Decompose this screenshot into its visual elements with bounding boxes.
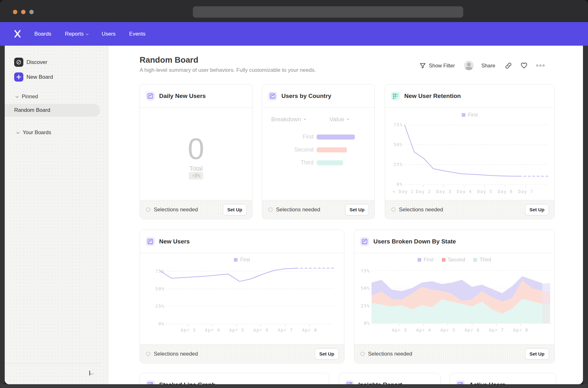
chevron-down-icon bbox=[15, 95, 19, 98]
y-axis-label: 25% bbox=[361, 303, 370, 308]
share-button[interactable]: Share bbox=[481, 63, 495, 69]
minimize-window-button[interactable] bbox=[21, 10, 26, 14]
x-axis-label: < Day 1 bbox=[393, 189, 413, 194]
sidebar-section-pinned[interactable]: Pinned bbox=[16, 94, 38, 100]
x-axis-label: Apr 7 bbox=[484, 328, 509, 333]
card-title: Daily New Users bbox=[159, 93, 206, 100]
x-axis: Apr 3Apr 4Apr 5Apr 6Apr 7Apr 8 bbox=[387, 328, 533, 333]
status-circle-icon bbox=[146, 208, 150, 212]
favorite-heart-icon[interactable] bbox=[520, 62, 528, 69]
sidebar-section-your-boards[interactable]: Your Boards bbox=[17, 129, 51, 135]
x-axis-label: Apr 8 bbox=[297, 328, 322, 333]
set-up-button[interactable]: Set Up bbox=[525, 204, 549, 215]
breakdown-label: First bbox=[262, 134, 314, 140]
collapse-sidebar-button[interactable]: ← bbox=[89, 370, 95, 376]
breakdown-row: First bbox=[262, 130, 374, 143]
x-axis: < Day 1Day 2Day 3Day 4Day 5Day 6Day 7 bbox=[393, 189, 536, 194]
value-bar bbox=[317, 134, 355, 140]
card-stacked-line-graph: Stacked Line Graph bbox=[140, 373, 329, 384]
card-footer: Selections needed Set Up bbox=[354, 344, 554, 363]
x-axis-label: Apr 3 bbox=[387, 328, 412, 333]
page-title: Random Board bbox=[140, 55, 198, 65]
x-axis-label: Day 7 bbox=[516, 189, 536, 194]
set-up-button[interactable]: Set Up bbox=[525, 348, 549, 360]
nav-item-events[interactable]: Events bbox=[129, 31, 146, 37]
section-label: Pinned bbox=[22, 94, 38, 100]
card-title: Users Broken Down By State bbox=[373, 238, 456, 245]
show-filter-button[interactable]: Show Filter bbox=[429, 63, 455, 69]
card-footer: Selections needed Set Up bbox=[385, 200, 554, 219]
chart-legend: FirstSecondThird bbox=[354, 257, 554, 263]
url-bar[interactable] bbox=[193, 6, 463, 18]
nav-item-boards[interactable]: Boards bbox=[34, 31, 51, 37]
chevron-down-icon bbox=[16, 131, 20, 134]
card-insights-report: Insights Report bbox=[339, 373, 441, 384]
legend-item: Second bbox=[442, 257, 465, 263]
mixpanel-logo[interactable] bbox=[13, 22, 22, 46]
caret-down-icon bbox=[347, 119, 349, 122]
chevron-down-icon bbox=[86, 32, 89, 35]
legend-swatch bbox=[442, 258, 446, 262]
legend-item: First bbox=[418, 257, 434, 263]
x-axis-label: Apr 7 bbox=[273, 328, 297, 333]
value-dropdown[interactable]: Value bbox=[329, 116, 349, 123]
card-title: Active Users bbox=[469, 381, 505, 384]
window-frame-left bbox=[0, 22, 5, 388]
delta-badge: ↑0% bbox=[189, 172, 203, 180]
y-axis-label: 75% bbox=[394, 122, 403, 127]
sidebar-item-random-board[interactable]: Random Board bbox=[5, 104, 100, 117]
section-label: Your Boards bbox=[23, 129, 51, 135]
sidebar-item-discover[interactable]: Discover bbox=[14, 58, 47, 67]
x-axis-label: Day 6 bbox=[495, 189, 516, 194]
card-new-user-retention: New User Retention First 75%50%25%0% < D… bbox=[385, 84, 555, 219]
more-options-button[interactable] bbox=[536, 65, 545, 66]
sidebar-item-label: Discover bbox=[26, 59, 47, 66]
status-text: Selections needed bbox=[154, 351, 198, 357]
stacked-area-chart bbox=[372, 267, 554, 328]
y-axis-label: 0% bbox=[364, 321, 370, 326]
card-active-users: Active Users bbox=[450, 373, 556, 384]
x-axis-label: Day 2 bbox=[413, 189, 434, 194]
line-chart-icon bbox=[345, 380, 354, 384]
x-axis-label: Apr 6 bbox=[460, 328, 484, 333]
sidebar-item-new-board[interactable]: New Board bbox=[14, 72, 53, 82]
line-chart-icon bbox=[146, 92, 155, 100]
set-up-button[interactable]: Set Up bbox=[345, 204, 369, 215]
nav-item-reports[interactable]: Reports bbox=[65, 31, 88, 37]
new-users-line-chart bbox=[160, 268, 334, 328]
x-axis-label: Apr 4 bbox=[200, 328, 225, 333]
copy-link-icon[interactable] bbox=[505, 62, 512, 69]
status-circle-icon bbox=[146, 352, 150, 356]
breakdown-rows: FirstSecondThird bbox=[262, 130, 374, 169]
status-circle-icon bbox=[360, 352, 365, 356]
x-axis-label: Day 5 bbox=[475, 189, 495, 194]
traffic-lights bbox=[13, 10, 34, 14]
card-title: Users by Country bbox=[281, 93, 331, 100]
close-window-button[interactable] bbox=[13, 10, 17, 14]
card-footer: Selections needed Set Up bbox=[140, 344, 344, 363]
top-nav: BoardsReportsUsersEvents Search ⌘ + K ? bbox=[0, 22, 588, 46]
line-chart-icon bbox=[268, 92, 277, 100]
filter-icon bbox=[419, 62, 426, 69]
dropdown-label: Breakdown bbox=[271, 116, 301, 123]
window-frame-bottom bbox=[0, 384, 588, 388]
status-circle-icon bbox=[268, 208, 273, 212]
y-axis: 75%50%25%0% bbox=[385, 84, 403, 219]
breakdown-dropdown[interactable]: Breakdown bbox=[271, 116, 306, 123]
card-users-by-state: Users Broken Down By State FirstSecondTh… bbox=[354, 230, 555, 363]
sidebar-item-label: Random Board bbox=[14, 107, 50, 113]
caret-down-icon bbox=[304, 119, 306, 122]
maximize-window-button[interactable] bbox=[29, 10, 34, 14]
x-axis-label: Day 4 bbox=[454, 189, 475, 194]
sidebar: Discover New Board Pinned Random Board Y… bbox=[5, 46, 108, 384]
avatar[interactable] bbox=[464, 61, 474, 70]
legend-item: First bbox=[462, 112, 478, 118]
nav-item-users[interactable]: Users bbox=[101, 31, 115, 37]
line-chart-icon bbox=[456, 380, 465, 384]
value-bar bbox=[317, 160, 343, 165]
set-up-button[interactable]: Set Up bbox=[315, 348, 339, 360]
card-daily-new-users: Daily New Users 0 Total ↑0% Selections n… bbox=[140, 84, 252, 219]
set-up-button[interactable]: Set Up bbox=[223, 204, 247, 215]
page-subtitle: A high-level summary of user behaviors. … bbox=[140, 67, 316, 73]
status-circle-icon bbox=[391, 208, 395, 212]
